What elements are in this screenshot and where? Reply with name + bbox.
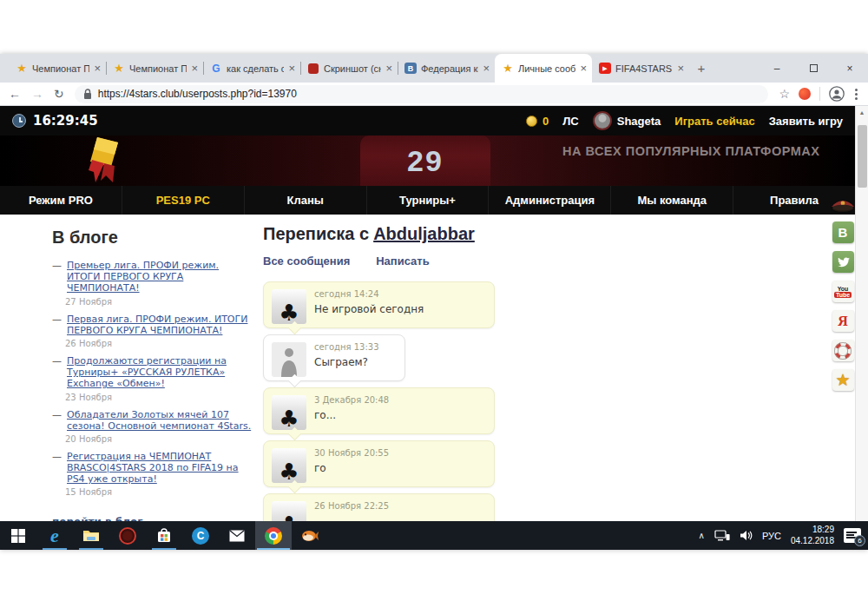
all-messages-link[interactable]: Все сообщения <box>263 254 350 268</box>
star-favicon-icon: ★ <box>113 63 125 75</box>
taskbar-explorer[interactable] <box>73 521 109 550</box>
tab-close-icon[interactable]: × <box>580 63 587 74</box>
site-header: 16:29:45 0 ЛС Shageta Играть сейчас Заяв… <box>0 106 855 135</box>
profile-icon[interactable] <box>829 86 845 102</box>
message-time: сегодня 14:24 <box>314 289 485 299</box>
banner-tagline: НА ВСЕХ ПОПУЛЯРНЫХ ПЛАТФОРМАХ <box>562 144 832 158</box>
nav-item-clans[interactable]: Кланы <box>244 186 366 215</box>
tab-vk-federation[interactable]: В Федерация кибе × <box>398 54 495 83</box>
taskbar-ccleaner[interactable]: C <box>182 521 219 550</box>
url-text[interactable]: https://4stars.club/userposts.php?id=139… <box>98 88 297 100</box>
message-bubble: ♣ 3 Декабря 20:48 го... <box>263 387 495 434</box>
tab-youtube[interactable]: ▶ FIFA4STARS - You × <box>592 54 689 83</box>
tab-close-icon[interactable]: × <box>677 63 684 74</box>
blog-post-link[interactable]: Регистрация на ЧЕМПИОНАТ BRASCO|4STARS 2… <box>67 451 253 486</box>
twitter-icon[interactable] <box>832 251 854 273</box>
blog-post-link[interactable]: Премьер лига. ПРОФИ режим. ИТОГИ ПЕРВОГО… <box>67 260 253 294</box>
military-cap-icon[interactable] <box>829 193 857 214</box>
play-now-link[interactable]: Играть сейчас <box>674 115 754 128</box>
tab-championship-2[interactable]: ★ Чемпионат Прем × <box>106 54 203 83</box>
minimize-button[interactable]: – <box>759 54 795 83</box>
dash-bullet: — <box>52 451 62 486</box>
reload-button[interactable]: ↻ <box>54 87 64 101</box>
claim-game-link[interactable]: Заявить игру <box>769 115 843 128</box>
start-button[interactable] <box>0 521 36 550</box>
maximize-button[interactable] <box>795 54 832 83</box>
yandex-icon[interactable]: Я <box>832 310 854 332</box>
write-message-link[interactable]: Написать <box>376 254 429 268</box>
tray-time: 18:29 <box>791 525 834 536</box>
address-bar[interactable]: https://4stars.club/userposts.php?id=139… <box>75 85 769 103</box>
site-banner: 29 НА ВСЕХ ПОПУЛЯРНЫХ ПЛАТФОРМАХ <box>0 135 855 186</box>
partner-avatar-adidas[interactable]: ♣ <box>272 395 306 430</box>
nav-item-team[interactable]: Мы команда <box>610 186 733 215</box>
adidas-trefoil-icon: ♣ <box>279 461 299 483</box>
tab-google-search[interactable]: G как сделать скри × <box>203 54 300 83</box>
tab-close-icon[interactable]: × <box>191 63 198 74</box>
toolbar-divider <box>819 87 820 101</box>
tab-close-icon[interactable]: × <box>288 63 295 74</box>
taskbar-chrome-active[interactable] <box>255 521 292 550</box>
language-indicator[interactable]: РУС <box>762 531 781 541</box>
toolbar-right: ☆ <box>779 86 859 102</box>
taskbar-edge[interactable]: e <box>36 521 73 550</box>
scroll-up-arrow[interactable]: ▲ <box>856 106 868 119</box>
system-tray: ∧ РУС 18:29 04.12.2018 6 <box>699 521 868 550</box>
star-favicon-icon: ★ <box>502 63 514 75</box>
nav-item-rezhim-pro[interactable]: Режим PRO <box>0 186 122 215</box>
youtube-icon[interactable]: YouTube <box>832 281 854 302</box>
blog-post-link[interactable]: Обладатели Золотых мячей 107 сезона! Осн… <box>67 409 253 432</box>
c-circle-icon: C <box>192 527 209 545</box>
network-icon[interactable] <box>714 530 730 541</box>
blog-post-link[interactable]: Первая лига. ПРОФИ режим. ИТОГИ ПЕРВОГО … <box>67 314 253 336</box>
tab-private-messages-active[interactable]: ★ Личные сообщен × <box>495 54 592 83</box>
own-avatar-player[interactable] <box>272 342 306 377</box>
screenshot-favicon-icon <box>307 63 319 75</box>
tab-championship-1[interactable]: ★ Чемпионат Прем × <box>9 54 106 83</box>
tab-close-icon[interactable]: × <box>385 63 392 74</box>
bookmark-star-icon[interactable]: ☆ <box>779 87 790 101</box>
extension-icon[interactable] <box>799 88 811 100</box>
page-viewport: 16:29:45 0 ЛС Shageta Играть сейчас Заяв… <box>0 106 868 550</box>
private-messages-link[interactable]: ЛС <box>562 115 579 128</box>
username-link[interactable]: Shageta <box>617 115 661 128</box>
partner-avatar-adidas[interactable]: ♣ <box>272 448 306 483</box>
tray-expand-icon[interactable]: ∧ <box>699 531 705 540</box>
forward-button[interactable]: → <box>31 87 43 101</box>
site-header-right: 0 ЛС Shageta Играть сейчас Заявить игру <box>526 111 843 130</box>
award-ribbon-icon <box>89 137 139 184</box>
vk-icon[interactable]: В <box>832 221 854 243</box>
new-tab-button[interactable]: + <box>689 54 713 83</box>
partner-avatar-adidas[interactable]: ♣ <box>272 289 306 324</box>
taskbar-store[interactable] <box>146 521 182 550</box>
lifebuoy-icon[interactable] <box>832 340 854 361</box>
vk-favicon-icon: В <box>404 63 417 74</box>
conversation-panel: Переписка сAbduljabbar Все сообщения Нап… <box>263 224 766 540</box>
maximize-icon <box>810 64 818 72</box>
nav-item-tournaments[interactable]: Турниры+ <box>366 186 489 215</box>
dash-bullet: — <box>52 260 62 294</box>
tray-clock[interactable]: 18:29 04.12.2018 <box>791 525 834 546</box>
close-button[interactable]: × <box>832 54 868 83</box>
page-scrollbar[interactable]: ▲ <box>855 106 868 550</box>
scrollbar-thumb[interactable] <box>858 125 867 188</box>
youtube-favicon-icon: ▶ <box>599 63 611 74</box>
notification-center-icon[interactable]: 6 <box>844 528 861 543</box>
tab-screenshot[interactable]: Скриншот (сним × <box>300 54 398 83</box>
nav-item-pes19-pc[interactable]: PES19 PC <box>122 186 244 215</box>
blog-post-link[interactable]: Продолжаются регистрации на Турниры+ «РУ… <box>67 355 253 390</box>
back-button[interactable]: ← <box>9 87 21 101</box>
tab-label: Федерация кибе <box>421 63 478 74</box>
window-controls: – × <box>759 54 868 83</box>
volume-icon[interactable] <box>740 530 753 541</box>
taskbar-mail[interactable] <box>219 521 255 550</box>
4stars-icon[interactable]: ★ <box>832 369 854 391</box>
taskbar-red-app[interactable] <box>109 521 146 550</box>
browser-menu-icon[interactable] <box>853 87 859 102</box>
user-avatar[interactable] <box>593 111 612 130</box>
taskbar-game-app[interactable] <box>292 521 328 550</box>
partner-profile-link[interactable]: Abduljabbar <box>373 224 475 243</box>
tab-close-icon[interactable]: × <box>94 63 101 74</box>
tab-close-icon[interactable]: × <box>483 63 490 74</box>
nav-item-administration[interactable]: Администрация <box>488 186 610 215</box>
